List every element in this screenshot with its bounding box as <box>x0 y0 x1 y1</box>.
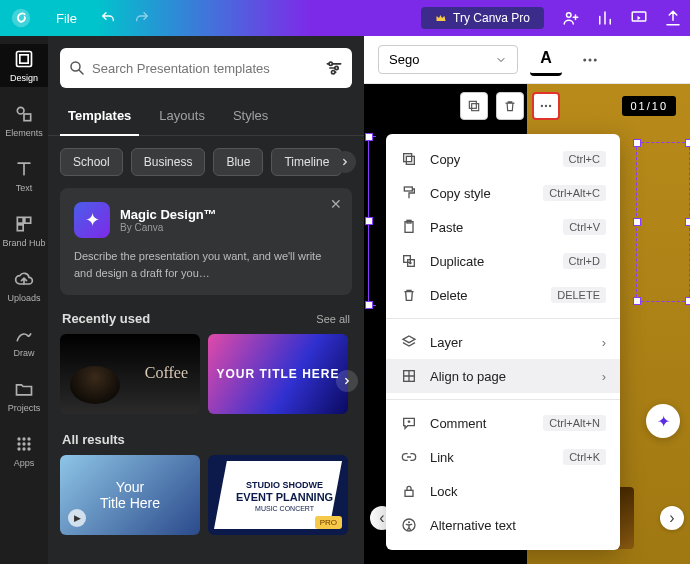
search-input[interactable] <box>92 61 318 76</box>
chip-label: Blue <box>226 155 250 169</box>
rail-label: Apps <box>14 458 35 468</box>
cm-lock[interactable]: Lock <box>386 474 620 508</box>
template-thumb[interactable]: YOUR TITLE HERE <box>208 334 348 414</box>
svg-point-18 <box>27 447 30 450</box>
magic-fab[interactable]: ✦ <box>646 404 680 438</box>
svg-point-16 <box>17 447 20 450</box>
rail-design[interactable]: Design <box>0 44 48 87</box>
top-bar: File Try Canva Pro <box>0 0 690 36</box>
present-button[interactable] <box>622 0 656 36</box>
template-thumb[interactable]: Coffee <box>60 334 200 414</box>
tab-label: Styles <box>233 108 268 123</box>
font-name: Sego <box>389 52 419 67</box>
svg-rect-7 <box>17 217 23 223</box>
chevron-right-icon <box>342 376 352 386</box>
filter-chips: School Business Blue Timeline <box>48 136 364 188</box>
svg-rect-4 <box>20 55 28 63</box>
magic-title: Magic Design™ <box>120 207 217 222</box>
rail-draw[interactable]: Draw <box>0 319 48 362</box>
more-page-button[interactable] <box>532 92 560 120</box>
svg-point-13 <box>17 442 20 445</box>
thumb-text: Title Here <box>100 495 160 511</box>
template-thumb[interactable]: Your Title Here ▶ <box>60 455 200 535</box>
chip-business[interactable]: Business <box>131 148 206 176</box>
svg-point-14 <box>22 442 25 445</box>
chip-school[interactable]: School <box>60 148 123 176</box>
context-menu: CopyCtrl+C Copy styleCtrl+Alt+C PasteCtr… <box>386 134 620 550</box>
rail-uploads[interactable]: Uploads <box>0 264 48 307</box>
recently-used-title: Recently used <box>62 311 150 326</box>
cm-label: Lock <box>430 484 606 499</box>
cm-shortcut: DELETE <box>551 287 606 303</box>
analytics-button[interactable] <box>588 0 622 36</box>
tab-styles[interactable]: Styles <box>225 100 276 135</box>
thumbs-scroll-right[interactable] <box>336 370 358 392</box>
cm-shortcut: Ctrl+Alt+C <box>543 185 606 201</box>
more-toolbar-button[interactable] <box>574 44 606 76</box>
undo-button[interactable] <box>91 0 125 36</box>
more-horizontal-icon <box>539 99 553 113</box>
share-button[interactable] <box>656 0 690 36</box>
bar-chart-icon <box>596 9 614 27</box>
cm-shortcut: Ctrl+D <box>563 253 606 269</box>
chip-label: Timeline <box>284 155 329 169</box>
selection-outline <box>636 142 690 302</box>
magic-design-card[interactable]: ✕ ✦ Magic Design™ By Canva Describe the … <box>60 188 352 295</box>
trash-icon <box>401 287 417 303</box>
tab-label: Templates <box>68 108 131 123</box>
filmstrip-next[interactable]: › <box>660 506 684 530</box>
rail-apps[interactable]: Apps <box>0 429 48 472</box>
pro-badge: PRO <box>315 516 342 529</box>
thumb-text: YOUR TITLE HERE <box>216 367 339 381</box>
cm-layer[interactable]: Layer› <box>386 325 620 359</box>
rail-projects[interactable]: Projects <box>0 374 48 417</box>
tab-templates[interactable]: Templates <box>60 100 139 135</box>
chips-scroll-right[interactable] <box>334 151 356 173</box>
cm-alt-text[interactable]: Alternative text <box>386 508 620 542</box>
rail-text[interactable]: Text <box>0 154 48 197</box>
thumb-text: EVENT PLANNING <box>236 491 333 503</box>
template-thumb[interactable]: STUDIO SHODWEEVENT PLANNINGMUSIC CONCERT… <box>208 455 348 535</box>
duplicate-page-button[interactable] <box>460 92 488 120</box>
text-color-button[interactable]: A <box>530 44 562 76</box>
svg-point-21 <box>335 66 338 69</box>
duplicate-icon <box>401 253 417 269</box>
tab-layouts[interactable]: Layouts <box>151 100 213 135</box>
cm-label: Delete <box>430 288 539 303</box>
try-pro-label: Try Canva Pro <box>453 11 530 25</box>
layers-icon <box>401 334 417 350</box>
magic-close-button[interactable]: ✕ <box>330 196 342 212</box>
rail-brand-hub[interactable]: Brand Hub <box>0 209 48 252</box>
cm-copy-style[interactable]: Copy styleCtrl+Alt+C <box>386 176 620 210</box>
try-pro-button[interactable]: Try Canva Pro <box>421 7 544 29</box>
rail-elements[interactable]: Elements <box>0 99 48 142</box>
svg-rect-3 <box>17 52 32 67</box>
cm-delete[interactable]: DeleteDELETE <box>386 278 620 312</box>
delete-page-button[interactable] <box>496 92 524 120</box>
thumb-text: MUSIC CONCERT <box>255 505 314 512</box>
filter-icon[interactable] <box>324 58 344 78</box>
add-user-icon <box>562 9 580 27</box>
redo-button[interactable] <box>125 0 159 36</box>
see-all-link[interactable]: See all <box>316 313 350 325</box>
cm-label: Copy <box>430 152 551 167</box>
cm-shortcut: Ctrl+V <box>563 219 606 235</box>
cm-align-to-page[interactable]: Align to page› <box>386 359 620 393</box>
editor-toolbar: Sego A <box>364 36 690 84</box>
cm-paste[interactable]: PasteCtrl+V <box>386 210 620 244</box>
cm-comment[interactable]: CommentCtrl+Alt+N <box>386 406 620 440</box>
cm-copy[interactable]: CopyCtrl+C <box>386 142 620 176</box>
cm-duplicate[interactable]: DuplicateCtrl+D <box>386 244 620 278</box>
page-counter: 01/10 <box>622 96 676 116</box>
font-selector[interactable]: Sego <box>378 45 518 74</box>
chip-timeline[interactable]: Timeline <box>271 148 342 176</box>
canva-logo[interactable] <box>0 0 42 36</box>
share-users-button[interactable] <box>554 0 588 36</box>
play-icon: ▶ <box>68 509 86 527</box>
folder-icon <box>14 379 34 399</box>
rail-label: Brand Hub <box>2 238 45 248</box>
chip-blue[interactable]: Blue <box>213 148 263 176</box>
cm-link[interactable]: LinkCtrl+K <box>386 440 620 474</box>
file-menu[interactable]: File <box>42 0 91 36</box>
canvas-stage[interactable]: 01/10 CopyCtrl+C Copy styleCtrl+Alt+C Pa… <box>364 84 690 564</box>
